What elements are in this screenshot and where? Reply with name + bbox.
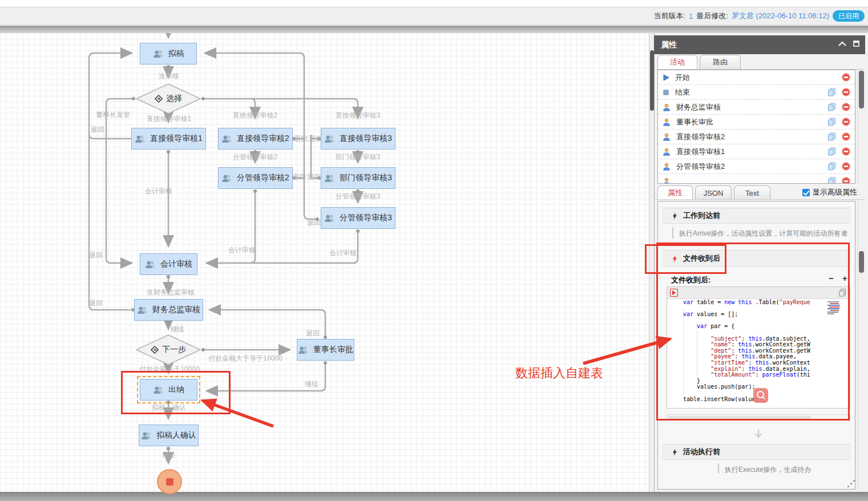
collapse-icon[interactable] <box>838 41 846 46</box>
delete-icon[interactable] <box>842 162 850 171</box>
version-bar: 当前版本: 1 最后修改: 罗文君 (2022-06-10 11:06:12) … <box>0 7 868 25</box>
tab-label: 属性 <box>668 188 683 198</box>
tab-properties[interactable]: 属性 <box>657 185 693 200</box>
tab-json[interactable]: JSON <box>695 185 732 200</box>
decision-select[interactable]: 选择 <box>135 83 201 115</box>
modified-label: 最后修改: <box>696 11 728 21</box>
run-script-icon[interactable] <box>670 289 678 297</box>
activity-name: 结束 <box>675 87 822 98</box>
end-icon <box>663 89 669 96</box>
checkbox-checked-icon[interactable] <box>802 189 810 196</box>
section-before-arrive[interactable]: 工作到达前 <box>662 208 851 224</box>
node-direct-leader-review-2[interactable]: 直接领导审核2 <box>218 128 293 150</box>
delete-icon[interactable] <box>842 88 850 96</box>
node-branch-leader-review-3[interactable]: 分管领导审核3 <box>321 207 395 229</box>
edge-label: 继续 <box>171 325 184 334</box>
section-desc: 执行Arrive操作，活动属性设置，计算可能的活动所有者 <box>679 229 853 239</box>
bottom-divider <box>0 492 868 501</box>
activity-name: 开始 <box>675 72 836 83</box>
tab-route[interactable]: 路由 <box>700 55 741 69</box>
list-scrollbar-thumb[interactable] <box>859 71 864 108</box>
node-direct-leader-review-3[interactable]: 直接领导审核3 <box>321 128 395 150</box>
delete-icon[interactable] <box>842 73 850 82</box>
activity-row-clipped[interactable] <box>658 174 855 184</box>
desc-bar <box>672 227 673 239</box>
node-cashier[interactable]: 出纳 <box>140 379 197 401</box>
node-draft[interactable]: 拟稿 <box>140 43 197 64</box>
activity-row[interactable]: 直接领导审核2 <box>658 130 855 144</box>
copy-icon[interactable] <box>827 118 836 126</box>
copy-icon[interactable] <box>827 103 836 111</box>
delete-icon[interactable] <box>842 103 850 111</box>
copy-icon[interactable] <box>827 88 836 96</box>
tab-label: JSON <box>704 189 724 197</box>
advanced-props-toggle[interactable]: 显示高级属性 <box>802 187 857 197</box>
node-label: 财务总监审核 <box>152 305 200 315</box>
resize-grip[interactable] <box>850 483 852 484</box>
section-before-execute[interactable]: 活动执行前 <box>662 444 851 460</box>
activity-row[interactable]: 财务总监审核 <box>658 100 855 115</box>
lightning-icon-red <box>672 255 677 262</box>
panel-scrollbar-thumb[interactable] <box>859 251 864 273</box>
lightning-icon <box>672 212 677 220</box>
section-after-file[interactable]: 文件收到后 <box>662 250 851 267</box>
editor-toolbar <box>667 287 850 299</box>
list-scrollbar[interactable] <box>857 70 865 184</box>
node-label: 分管领导审核3 <box>340 213 392 223</box>
edge-label: 分管领导审核3 <box>336 192 381 201</box>
panel-header: 属性 <box>654 35 865 54</box>
copy-icon[interactable] <box>827 177 836 184</box>
code-hscrollbar[interactable] <box>667 414 850 421</box>
maximize-icon[interactable] <box>853 41 859 47</box>
decision-next-step[interactable]: 下一步 <box>135 334 201 366</box>
node-label: 会计审核 <box>160 259 192 269</box>
edge-label: 退回 <box>294 134 308 144</box>
copy-icon[interactable] <box>827 132 836 141</box>
delete-icon[interactable] <box>842 132 850 141</box>
users-icon <box>324 174 335 183</box>
decision-label: 下一步 <box>162 345 186 355</box>
node-drafter-confirm[interactable]: 拟稿人确认 <box>139 425 199 446</box>
collapse-code-button[interactable]: − <box>829 273 834 283</box>
person-icon <box>663 103 671 111</box>
activity-name: 分管领导审核2 <box>676 161 822 172</box>
node-direct-leader-review-1[interactable]: 直接领导审核1 <box>131 128 206 150</box>
person-icon <box>663 177 671 184</box>
editor-copy-icon[interactable] <box>839 289 846 297</box>
users-icon <box>153 386 164 394</box>
node-label: 拟稿 <box>168 49 184 59</box>
panel-scrollbar[interactable] <box>857 201 865 490</box>
edge-label: 会计审核 <box>228 245 256 255</box>
enabled-status-badge[interactable]: 已启用 <box>833 10 865 22</box>
tab-activity[interactable]: 活动 <box>657 55 697 69</box>
expand-code-button[interactable]: + <box>842 273 847 283</box>
start-icon <box>663 74 669 81</box>
magnifier-icon[interactable] <box>753 388 768 403</box>
node-dept-leader-review-3[interactable]: 部门领导审核3 <box>321 167 395 189</box>
tab-label: 活动 <box>670 57 685 67</box>
activity-name: 财务总监审核 <box>676 102 822 112</box>
activity-row[interactable]: 董事长审批 <box>658 115 855 130</box>
node-label: 董事长审批 <box>313 345 353 355</box>
delete-icon[interactable] <box>842 118 850 126</box>
person-icon <box>663 148 671 156</box>
tab-text[interactable]: Text <box>734 185 770 200</box>
activity-row-start[interactable]: 开始 <box>658 70 855 85</box>
delete-icon[interactable] <box>842 147 850 156</box>
copy-icon[interactable] <box>827 147 836 156</box>
node-branch-leader-review-2[interactable]: 分管领导审核2 <box>218 167 293 189</box>
activity-row-end[interactable]: 结束 <box>658 85 855 100</box>
node-chairman-approval[interactable]: 董事长审批 <box>297 339 354 361</box>
node-end[interactable] <box>157 469 182 494</box>
desc-bar <box>718 463 719 474</box>
activity-row[interactable]: 分管领导审核2 <box>658 159 855 174</box>
node-label: 分管领导审核2 <box>237 173 289 183</box>
decision-label: 选择 <box>166 94 182 104</box>
flow-edges <box>0 33 649 492</box>
delete-icon[interactable] <box>842 177 850 184</box>
canvas-scrollbar-thumb[interactable] <box>650 50 654 111</box>
node-accounting-review[interactable]: 会计审核 <box>140 253 197 275</box>
activity-row[interactable]: 直接领导审核1 <box>658 144 855 159</box>
node-cfo-review[interactable]: 财务总监审核 <box>134 299 203 321</box>
copy-icon[interactable] <box>827 162 836 171</box>
